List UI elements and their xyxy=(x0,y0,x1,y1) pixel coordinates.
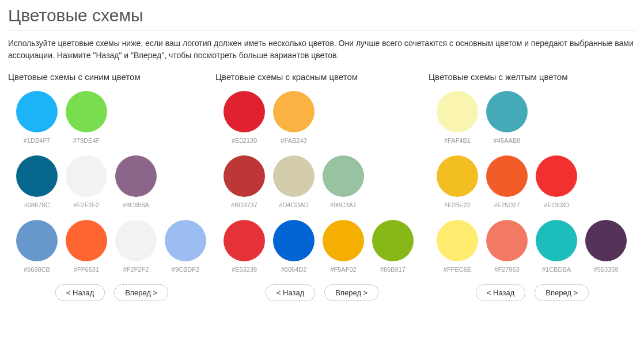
swatch-wrap[interactable]: #45AAB8 xyxy=(486,91,528,144)
swatch-label: #E53238 xyxy=(232,266,257,273)
column-title: Цветовые схемы с желтым цветом xyxy=(429,72,636,82)
swatch-label: #6698CB xyxy=(24,266,50,273)
column-title: Цветовые схемы с красным цветом xyxy=(215,72,429,82)
swatch-wrap[interactable]: #F23030 xyxy=(536,155,577,208)
nav-row: < Назад Вперед > xyxy=(215,284,429,301)
swatch-wrap[interactable]: #0064D2 xyxy=(273,220,315,273)
swatch-wrap[interactable]: #F2F2F2 xyxy=(115,220,157,273)
color-swatch xyxy=(273,220,315,261)
color-swatch xyxy=(165,220,206,261)
back-button[interactable]: < Назад xyxy=(476,284,525,301)
scheme-row: #FAF4B1 #45AAB8 xyxy=(429,91,636,144)
swatch-label: #1CBDBA xyxy=(542,266,571,273)
swatch-wrap[interactable]: #D4CDAD xyxy=(273,155,315,208)
swatch-wrap[interactable]: #FFEC6E xyxy=(437,220,478,273)
column-yellow: Цветовые схемы с желтым цветом #FAF4B1 #… xyxy=(429,72,636,301)
color-swatch xyxy=(437,91,478,132)
color-swatch xyxy=(437,220,478,261)
swatch-wrap[interactable]: #F25D27 xyxy=(486,155,528,208)
column-blue: Цветовые схемы с синим цветом #1DB4F7 #7… xyxy=(8,72,215,301)
swatch-wrap[interactable]: #1DB4F7 xyxy=(16,91,58,144)
color-swatch xyxy=(273,91,315,132)
swatch-wrap[interactable]: #79DE4F xyxy=(66,91,107,144)
swatch-label: #F2F2F2 xyxy=(123,266,149,273)
swatch-label: #FAB243 xyxy=(281,137,306,144)
forward-button[interactable]: Вперед > xyxy=(535,284,589,301)
swatch-label: #45AAB8 xyxy=(494,137,520,144)
swatch-label: #98C3A1 xyxy=(330,201,357,208)
swatch-label: #D4CDAD xyxy=(279,201,308,208)
swatch-wrap[interactable]: #8C658A xyxy=(115,155,157,208)
scheme-row: #1DB4F7 #79DE4F xyxy=(8,91,215,144)
scheme-row: #E02130 #FAB243 xyxy=(215,91,429,144)
forward-button[interactable]: Вперед > xyxy=(324,284,378,301)
color-swatch xyxy=(66,220,107,261)
nav-row: < Назад Вперед > xyxy=(8,284,215,301)
swatch-wrap[interactable]: #1CBDBA xyxy=(536,220,577,273)
nav-row: < Назад Вперед > xyxy=(429,284,636,301)
swatch-wrap[interactable]: #BD3737 xyxy=(223,155,265,208)
color-swatch xyxy=(115,155,157,197)
swatch-wrap[interactable]: #553359 xyxy=(585,220,627,273)
color-swatch xyxy=(223,155,265,197)
scheme-row: #E53238 #0064D2 #F5AF02 #86B817 xyxy=(215,220,429,273)
swatch-label: #F5AF02 xyxy=(330,266,356,273)
swatch-label: #E02130 xyxy=(232,137,257,144)
swatch-label: #FF6531 xyxy=(74,266,99,273)
swatch-label: #F2BE22 xyxy=(444,201,471,208)
swatch-label: #0064D2 xyxy=(281,266,307,273)
swatch-label: #BD3737 xyxy=(231,201,257,208)
swatch-wrap[interactable]: #FAB243 xyxy=(273,91,315,144)
column-red: Цветовые схемы с красным цветом #E02130 … xyxy=(215,72,429,301)
columns-container: Цветовые схемы с синим цветом #1DB4F7 #7… xyxy=(8,72,636,301)
swatch-label: #F23030 xyxy=(544,201,569,208)
swatch-label: #08678C xyxy=(24,201,50,208)
color-swatch xyxy=(486,220,528,261)
scheme-row: #BD3737 #D4CDAD #98C3A1 xyxy=(215,155,429,208)
swatch-label: #86B817 xyxy=(380,266,406,273)
swatch-wrap[interactable]: #6698CB xyxy=(16,220,58,273)
swatch-label: #F27963 xyxy=(494,266,519,273)
swatch-wrap[interactable]: #F5AF02 xyxy=(323,220,364,273)
scheme-row: #F2BE22 #F25D27 #F23030 xyxy=(429,155,636,208)
swatch-label: #F25D27 xyxy=(494,201,520,208)
swatch-label: #1DB4F7 xyxy=(24,137,50,144)
scheme-row: #FFEC6E #F27963 #1CBDBA #553359 xyxy=(429,220,636,273)
swatch-wrap[interactable]: #F2BE22 xyxy=(437,155,478,208)
color-swatch xyxy=(486,91,528,132)
swatch-wrap[interactable]: #E53238 xyxy=(223,220,265,273)
swatch-wrap[interactable]: #F2F2F2 xyxy=(66,155,107,208)
swatch-label: #553359 xyxy=(594,266,619,273)
swatch-wrap[interactable]: #FAF4B1 xyxy=(437,91,478,144)
swatch-label: #FFEC6E xyxy=(444,266,471,273)
swatch-wrap[interactable]: #E02130 xyxy=(223,91,265,144)
swatch-wrap[interactable]: #FF6531 xyxy=(66,220,107,273)
color-swatch xyxy=(66,155,107,197)
swatch-wrap[interactable]: #86B817 xyxy=(372,220,414,273)
color-swatch xyxy=(273,155,315,197)
color-swatch xyxy=(372,220,414,261)
swatch-wrap[interactable]: #08678C xyxy=(16,155,58,208)
color-swatch xyxy=(16,220,58,261)
page-title: Цветовые схемы xyxy=(8,6,636,31)
color-swatch xyxy=(323,155,364,197)
color-swatch xyxy=(223,220,265,261)
swatch-wrap[interactable]: #9CBDF2 xyxy=(165,220,206,273)
swatch-label: #FAF4B1 xyxy=(444,137,471,144)
swatch-wrap[interactable]: #F27963 xyxy=(486,220,528,273)
color-swatch xyxy=(585,220,627,261)
back-button[interactable]: < Назад xyxy=(55,284,105,301)
intro-text: Используйте цветовые схемы ниже, если ва… xyxy=(8,37,636,62)
color-swatch xyxy=(486,155,528,197)
swatch-wrap[interactable]: #98C3A1 xyxy=(323,155,364,208)
forward-button[interactable]: Вперед > xyxy=(114,284,168,301)
swatch-label: #8C658A xyxy=(123,201,149,208)
swatch-label: #F2F2F2 xyxy=(74,201,100,208)
color-swatch xyxy=(536,220,577,261)
color-swatch xyxy=(223,91,265,132)
swatch-label: #9CBDF2 xyxy=(172,266,199,273)
back-button[interactable]: < Назад xyxy=(266,284,315,301)
scheme-row: #08678C #F2F2F2 #8C658A xyxy=(8,155,215,208)
color-swatch xyxy=(16,91,58,132)
color-swatch xyxy=(323,220,364,261)
